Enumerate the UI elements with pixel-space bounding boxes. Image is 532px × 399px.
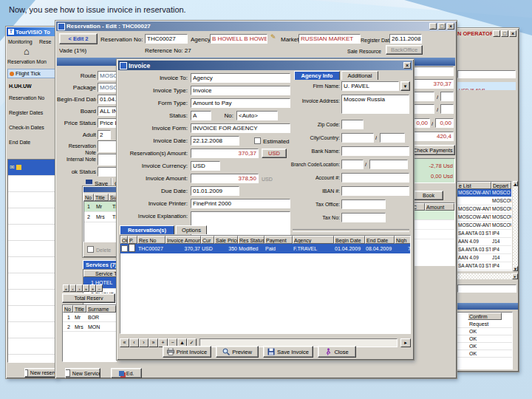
account-field[interactable]: [341, 173, 409, 183]
minimize-icon[interactable]: _: [493, 30, 500, 37]
column-header-res-no[interactable]: Res No: [137, 236, 166, 244]
tab-agency-info[interactable]: Agency Info: [294, 71, 340, 80]
amount-field-1[interactable]: [412, 66, 454, 76]
close-button[interactable]: Close: [318, 346, 356, 358]
tourvisio-titlebar[interactable]: T TourVISIO To: [7, 27, 57, 36]
column-header-no[interactable]: No: [63, 305, 73, 313]
column-header-printed[interactable]: P.: [128, 236, 137, 244]
column-header-nights[interactable]: Nigh: [395, 236, 411, 244]
invoice-date-field[interactable]: 22.12.2008: [191, 136, 239, 146]
invoice-type-field[interactable]: Invoice: [191, 86, 290, 95]
table-row[interactable]: AAN 4.09 J14: [457, 270, 511, 271]
check-payments-button[interactable]: Check Payments: [411, 145, 455, 155]
table-row[interactable]: MOSCOW-ANTA MOSCOW: [457, 222, 511, 230]
table-row[interactable]: AAN 4.09 J14: [457, 238, 511, 246]
book-button[interactable]: Book: [414, 191, 443, 200]
tab-services[interactable]: Services (7): [83, 260, 120, 269]
monitor-grid[interactable]: ✉: [7, 159, 56, 363]
tab-options[interactable]: Options: [176, 225, 207, 234]
edit-service-button[interactable]: Ed.: [111, 368, 142, 378]
edit-button[interactable]: < Edit 2: [59, 33, 98, 44]
estimated-checkbox[interactable]: [254, 137, 261, 144]
minimize-icon[interactable]: _: [429, 23, 437, 30]
column-header-res-status[interactable]: Res Status: [238, 236, 265, 244]
table-row[interactable]: 1 Mr BOR: [63, 313, 116, 322]
column-header-title[interactable]: Title: [73, 305, 86, 313]
column-header-cur[interactable]: Cur: [201, 236, 214, 244]
operator-field[interactable]: [457, 70, 516, 78]
tab-additional[interactable]: Additional: [341, 71, 378, 80]
mini-grid-row[interactable]: [412, 230, 454, 239]
column-header-depart[interactable]: Depart: [491, 182, 511, 189]
departure-grid-vscrollbar[interactable]: ▲ ▼: [513, 181, 518, 271]
monitor-grid-selected-row[interactable]: ✉: [8, 160, 55, 175]
column-header-sale-price[interactable]: Sale Price: [214, 236, 238, 244]
table-row[interactable]: SA ANTA 03 ST IP4: [457, 246, 511, 254]
tax-office-field[interactable]: [341, 200, 386, 209]
record-navigator-small[interactable]: «‹›»+−: [63, 284, 103, 292]
table-row[interactable]: OK: [457, 350, 513, 358]
iban-field[interactable]: [341, 186, 409, 196]
column-header-ok[interactable]: Ok: [120, 236, 128, 244]
column-header-begin-date[interactable]: Begin Date: [334, 236, 365, 244]
zip-code-field[interactable]: [341, 120, 364, 129]
invoice-reservation-row[interactable]: ✓ THC00027 370,37 USD 350 Modified Paid …: [120, 244, 410, 253]
scroll-right-button[interactable]: ▸: [400, 338, 411, 347]
firm-dropdown-button[interactable]: ▼: [400, 81, 410, 91]
market-field[interactable]: RUSSIAN MARKET: [299, 34, 361, 44]
sidebar-item-flight-ticket[interactable]: Flight Tick: [7, 69, 56, 78]
column-header-surname[interactable]: Surname: [86, 305, 116, 313]
table-row[interactable]: MOSCOW-ANTA MOSCO: [457, 189, 511, 197]
maximize-icon[interactable]: □: [501, 30, 508, 37]
close-icon[interactable]: ×: [403, 62, 411, 69]
home-icon[interactable]: ⌂: [24, 47, 30, 56]
reservation-no-field[interactable]: THC00027: [145, 34, 188, 44]
split-field-2b[interactable]: [440, 104, 454, 114]
column-header-invoice-amount[interactable]: Invoice Amount: [166, 236, 201, 244]
table-row[interactable]: MOSCOW: [457, 197, 511, 205]
confirm-grid[interactable]: Confirm RequestOKOKOKOK: [457, 312, 513, 369]
invoice-currency-field[interactable]: USD: [191, 161, 220, 171]
adult-field[interactable]: 2: [98, 130, 111, 140]
save-icon[interactable]: [86, 180, 92, 186]
column-header-confirm[interactable]: Confirm: [468, 313, 502, 320]
ok-checkbox[interactable]: ✓: [121, 245, 128, 252]
column-header-no[interactable]: No: [83, 194, 94, 201]
branch-code-field[interactable]: [341, 160, 364, 169]
table-row[interactable]: Request: [457, 321, 513, 328]
column-header-agency[interactable]: Agency: [293, 236, 334, 244]
save-invoice-button[interactable]: Save Invoice: [263, 346, 313, 358]
invoice-titlebar[interactable]: Invoice ×: [118, 61, 412, 70]
status-field[interactable]: A: [191, 111, 211, 120]
paid-amount-field[interactable]: 0,00: [412, 118, 430, 128]
confirm-rows[interactable]: RequestOKOKOKOK: [457, 321, 513, 358]
preview-button[interactable]: Preview: [216, 346, 259, 358]
departure-rows[interactable]: MOSCOW-ANTA MOSCO MOSCOW MOSCOW-ANTAL MO…: [457, 189, 511, 271]
column-header-title[interactable]: Title: [94, 194, 109, 201]
table-row[interactable]: SA ANTA 03 ST IP4: [457, 230, 511, 238]
new-reserve-button[interactable]: New reserve: [24, 368, 57, 378]
invoice-form-field[interactable]: INVOICE FOR AGENCY: [191, 123, 290, 133]
invoice-reservations-grid[interactable]: Ok P. Res No Invoice Amount Cur Sale Pri…: [120, 235, 411, 334]
sidebar-item-reservation-monitor[interactable]: Reservation Mon: [7, 58, 56, 65]
country-field[interactable]: [380, 133, 405, 143]
form-type-field[interactable]: Amount to Pay: [191, 98, 290, 108]
print-invoice-button[interactable]: Print Invoice: [163, 346, 211, 358]
tab-reservations[interactable]: Reservation(s): [120, 225, 174, 234]
delete-checkbox[interactable]: [87, 246, 94, 253]
invoice-to-field[interactable]: Agency: [191, 73, 290, 83]
column-header-payment[interactable]: Payment: [265, 236, 293, 244]
close-icon[interactable]: ×: [509, 30, 516, 37]
table-row[interactable]: OK: [457, 335, 513, 343]
column-header-amount[interactable]: Amount: [425, 203, 454, 211]
pencil-icon[interactable]: ✎: [270, 33, 276, 41]
new-service-button[interactable]: New Service: [65, 368, 100, 378]
menu-reservation[interactable]: Rese: [39, 38, 55, 45]
split-field-2a[interactable]: [412, 104, 434, 114]
agency-field[interactable]: B HOWELL B HOWELL: [210, 34, 267, 44]
invoice-amount-field[interactable]: 378,50: [191, 174, 259, 183]
mini-grid-row[interactable]: [412, 220, 454, 230]
amount-420-field[interactable]: 420,4: [412, 132, 454, 141]
column-header-end-date[interactable]: End Date: [365, 236, 395, 244]
invoice-address-field[interactable]: Moscow Russia: [341, 95, 409, 114]
